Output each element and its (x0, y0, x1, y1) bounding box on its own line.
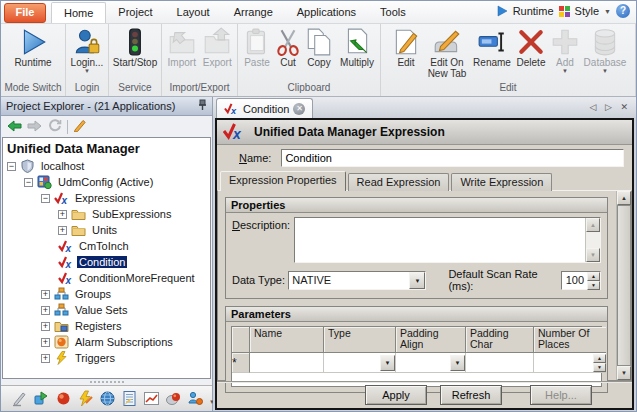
cell-type[interactable]: ▼ (324, 353, 396, 373)
expand-icon[interactable]: + (58, 226, 67, 235)
next-tab-icon[interactable]: ▷ (605, 102, 615, 112)
delete-button[interactable]: Delete (513, 25, 549, 68)
login-button[interactable]: Login... ▼ (68, 25, 106, 75)
tree-item-units[interactable]: + Units (3, 222, 210, 238)
globe-module-icon[interactable] (99, 390, 116, 409)
runtime-button[interactable]: Runtime (5, 25, 61, 68)
column-header-type[interactable]: Type (324, 327, 396, 353)
ribbon-tab-tools[interactable]: Tools (368, 2, 418, 23)
column-header-padding-align[interactable]: Padding Align (396, 327, 466, 353)
page-scrollbar[interactable]: ▲ ▼ (616, 191, 631, 380)
scroll-down-icon[interactable]: ▼ (617, 366, 631, 380)
copy-button[interactable]: Copy (302, 25, 336, 68)
report-module-icon[interactable] (121, 390, 138, 409)
description-scrollbar[interactable]: ▲ ▼ (585, 218, 600, 262)
stylus-module-icon[interactable] (11, 390, 28, 409)
new-row-marker[interactable]: * (232, 353, 250, 373)
ribbon-tab-project[interactable]: Project (106, 2, 164, 23)
cut-button[interactable]: Cut (274, 25, 302, 68)
expand-icon[interactable]: + (41, 354, 50, 363)
runtime-quick-button[interactable]: Runtime (513, 5, 554, 17)
edit-button[interactable]: Edit (389, 25, 423, 68)
cell-padding-align[interactable]: ▼ (396, 353, 466, 373)
rename-button[interactable]: Rename (471, 25, 513, 68)
ribbon-tab-home[interactable]: Home (51, 2, 106, 23)
scan-rate-spinner[interactable]: 100 ▲ ▼ (561, 271, 601, 290)
expression-editor-panel: x Unified Data Manager Expression Name: … (215, 118, 634, 410)
combo-dropdown-icon[interactable]: ▼ (409, 272, 425, 289)
cell-dropdown-icon[interactable]: ▼ (380, 355, 395, 371)
cell-number-of-places[interactable]: ▲ ▼ (534, 353, 606, 373)
cell-padding-char[interactable] (466, 353, 534, 373)
cell-dropdown-icon[interactable]: ▼ (450, 355, 465, 371)
expand-icon[interactable]: + (58, 210, 67, 219)
prev-tab-icon[interactable]: ◁ (590, 102, 600, 112)
expand-icon[interactable]: + (41, 306, 50, 315)
description-field[interactable]: ▲ ▼ (294, 217, 601, 263)
document-tab-condition[interactable]: x Condition ✕ (216, 98, 313, 118)
help-button[interactable]: Help... (530, 385, 592, 405)
tab-read-expression[interactable]: Read Expression (348, 173, 450, 191)
tree-item-cmtoinch[interactable]: x CmToInch (3, 238, 210, 254)
pin-icon[interactable] (198, 99, 207, 113)
trend-chart-module-icon[interactable] (143, 390, 160, 409)
tab-write-expression[interactable]: Write Expression (451, 173, 552, 191)
start-stop-button[interactable]: Start/Stop (111, 25, 159, 68)
users-module-icon[interactable] (187, 390, 204, 409)
expand-icon[interactable]: + (41, 322, 50, 331)
column-header-padding-char[interactable]: Padding Char (466, 327, 534, 353)
apply-button[interactable]: Apply (365, 385, 427, 405)
deploy-module-icon[interactable] (33, 390, 50, 409)
collapse-icon[interactable]: − (41, 194, 50, 203)
tree-item-expressions[interactable]: − x Expressions (3, 190, 210, 206)
edit-on-new-tab-button[interactable]: Edit On New Tab (423, 25, 471, 79)
ribbon-tab-arrange[interactable]: Arrange (222, 2, 285, 23)
spin-up-icon[interactable]: ▲ (587, 272, 600, 281)
tree-item-alarm-subscriptions[interactable]: + Alarm Subscriptions (3, 334, 210, 350)
properties-groupbox: Properties Description: ▲ ▼ (225, 197, 608, 299)
column-header-number-of-places[interactable]: Number Of Places (534, 327, 606, 353)
refresh-button[interactable]: Refresh (440, 385, 502, 405)
tree-item-registers[interactable]: + Registers (3, 318, 210, 334)
spin-down-icon[interactable]: ▼ (593, 363, 606, 372)
tree-item-subexpressions[interactable]: + SubExpressions (3, 206, 210, 222)
style-dropdown-icon[interactable]: ▼ (604, 8, 611, 15)
help-button[interactable]: ? (616, 4, 630, 18)
tab-close-icon[interactable]: ✕ (293, 103, 305, 115)
tree-item-triggers[interactable]: + Triggers (3, 350, 210, 366)
spin-down-icon[interactable]: ▼ (587, 281, 600, 290)
ribbon-tab-layout[interactable]: Layout (165, 2, 222, 23)
alarm-module-icon[interactable] (55, 390, 72, 409)
close-document-icon[interactable]: ✕ (620, 102, 631, 112)
recipe-module-icon[interactable] (165, 390, 182, 409)
ribbon-tab-applications[interactable]: Applications (285, 2, 368, 23)
cell-name[interactable] (250, 353, 324, 373)
tree-item-condition-selected[interactable]: x Condition (3, 254, 210, 270)
tree-item-groups[interactable]: + Groups (3, 286, 210, 302)
tree-item-udmconfig[interactable]: − UdmConfig (Active) (3, 174, 210, 190)
file-tab[interactable]: File (4, 3, 46, 23)
tree-item-value-sets[interactable]: + Value Sets (3, 302, 210, 318)
scroll-up-icon[interactable]: ▲ (586, 218, 600, 232)
collapse-icon[interactable]: − (24, 178, 33, 187)
edit-pencil-button[interactable] (73, 119, 87, 134)
scrollbar-thumb[interactable] (617, 205, 631, 366)
tree-item-conditionmorefrequent[interactable]: x ConditionMoreFrequent (3, 270, 210, 286)
back-button[interactable] (6, 120, 22, 134)
login-dropdown-icon[interactable]: ▼ (84, 68, 90, 75)
name-input[interactable] (281, 149, 624, 167)
column-header-name[interactable]: Name (250, 327, 324, 353)
spin-up-icon[interactable]: ▲ (593, 354, 606, 363)
script-event-module-icon[interactable] (77, 390, 94, 409)
data-type-combo[interactable]: NATIVE ▼ (288, 271, 426, 290)
scroll-up-icon[interactable]: ▲ (617, 191, 631, 205)
tree-item-localhost[interactable]: − localhost (3, 158, 210, 174)
collapse-icon[interactable]: − (7, 162, 16, 171)
style-button[interactable]: Style (575, 5, 599, 17)
tab-expression-properties[interactable]: Expression Properties (220, 171, 346, 191)
cell-spinner[interactable]: ▲ ▼ (593, 354, 606, 372)
multiply-button[interactable]: Multiply (336, 25, 378, 68)
scroll-down-icon[interactable]: ▼ (586, 248, 600, 262)
expand-icon[interactable]: + (41, 338, 50, 347)
expand-icon[interactable]: + (41, 290, 50, 299)
